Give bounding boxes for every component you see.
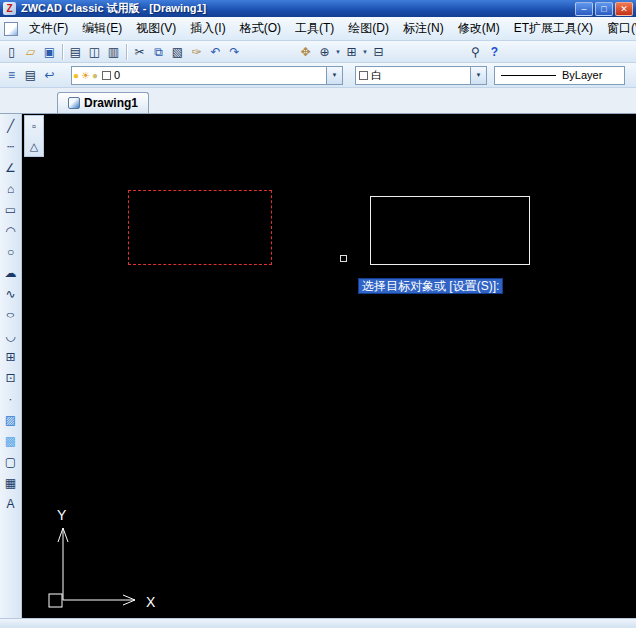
- table-icon: ▦: [5, 476, 16, 490]
- zoom-previous-button[interactable]: ⊟: [369, 43, 388, 61]
- linetype-combo[interactable]: ByLayer: [494, 66, 625, 85]
- draw-tool-line[interactable]: ╱: [1, 115, 21, 136]
- undo-button[interactable]: ↶: [206, 43, 225, 61]
- zoom-realtime-button[interactable]: ⊕: [315, 43, 334, 61]
- draw-tool-arc[interactable]: ◠: [1, 220, 21, 241]
- tab-label: Drawing1: [84, 96, 138, 110]
- document-menu-icon[interactable]: [4, 22, 18, 36]
- toolbar-separator: [126, 44, 127, 60]
- find-button[interactable]: ⚲: [466, 43, 485, 61]
- draw-tool-table[interactable]: ▦: [1, 472, 21, 493]
- draw-tool-construction-line[interactable]: ┄: [1, 136, 21, 157]
- draw-tool-gradient[interactable]: ▩: [1, 430, 21, 451]
- snap-endpoint-icon: ▫: [32, 120, 36, 132]
- menu-modify[interactable]: 修改(M): [451, 17, 507, 40]
- drawing-canvas[interactable]: ▫ △ 选择目标对象或 [设置(S)]: Y X: [22, 114, 636, 618]
- ucs-x-label: X: [146, 594, 156, 610]
- help-button[interactable]: ?: [485, 43, 504, 61]
- open-button[interactable]: ▱: [21, 43, 40, 61]
- line-icon: ╱: [7, 119, 14, 133]
- maximize-button[interactable]: □: [595, 2, 613, 16]
- zoom-previous-icon: ⊟: [373, 45, 383, 59]
- paste-button[interactable]: ▧: [168, 43, 187, 61]
- draw-tool-polyline[interactable]: ∠: [1, 157, 21, 178]
- save-button[interactable]: ▣: [40, 43, 59, 61]
- menu-view[interactable]: 视图(V): [129, 17, 183, 40]
- draw-tool-region[interactable]: ▢: [1, 451, 21, 472]
- draw-tool-insert-block[interactable]: ⊞: [1, 346, 21, 367]
- linetype-sample-line: [501, 75, 556, 76]
- print-button[interactable]: ▤: [66, 43, 85, 61]
- draw-tool-mtext[interactable]: A: [1, 493, 21, 514]
- snap-midpoint-button[interactable]: △: [25, 136, 43, 156]
- copy-button[interactable]: ⧉: [149, 43, 168, 61]
- point-icon: ∙: [9, 392, 12, 406]
- command-prompt-tooltip: 选择目标对象或 [设置(S)]:: [358, 278, 503, 294]
- layer-on-bulb-icon[interactable]: ●: [73, 67, 79, 84]
- cut-button[interactable]: ✂: [130, 43, 149, 61]
- menu-draw[interactable]: 绘图(D): [341, 17, 396, 40]
- layer-previous-button[interactable]: ↩: [40, 66, 59, 84]
- linetype-combo-value: ByLayer: [562, 69, 602, 81]
- menu-tools[interactable]: 工具(T): [288, 17, 341, 40]
- menu-edit[interactable]: 编辑(E): [75, 17, 129, 40]
- selected-rectangle-object[interactable]: [128, 190, 272, 265]
- match-properties-button[interactable]: ✑: [187, 43, 206, 61]
- draw-tool-ellipse[interactable]: ○: [1, 304, 21, 325]
- redo-button[interactable]: ↷: [225, 43, 244, 61]
- draw-tool-polygon[interactable]: ⌂: [1, 178, 21, 199]
- draw-tool-hatch[interactable]: ▨: [1, 409, 21, 430]
- save-floppy-icon: ▣: [44, 45, 55, 59]
- menu-express-tools[interactable]: ET扩展工具(X): [507, 17, 600, 40]
- construction-line-icon: ┄: [7, 140, 14, 154]
- zoom-window-button[interactable]: ⊞: [342, 43, 361, 61]
- layer-freeze-sun-icon[interactable]: ☀: [81, 67, 90, 84]
- gradient-icon: ▩: [5, 434, 16, 448]
- draw-tool-circle[interactable]: ○: [1, 241, 21, 262]
- copy-icon: ⧉: [154, 45, 163, 59]
- close-button[interactable]: ✕: [615, 2, 633, 16]
- minimize-button[interactable]: –: [575, 2, 593, 16]
- draw-tool-point[interactable]: ∙: [1, 388, 21, 409]
- publish-button[interactable]: ▥: [104, 43, 123, 61]
- layer-properties-icon: ≡: [8, 68, 15, 82]
- rectangle-object[interactable]: [370, 196, 530, 265]
- draw-tool-make-block[interactable]: ⊡: [1, 367, 21, 388]
- layer-lock-icon[interactable]: ●: [92, 67, 98, 84]
- draw-tool-rectangle[interactable]: ▭: [1, 199, 21, 220]
- scissors-icon: ✂: [134, 45, 144, 59]
- layer-previous-icon: ↩: [44, 68, 54, 82]
- pan-hand-icon: ✥: [300, 45, 310, 59]
- layer-properties-button[interactable]: ≡: [2, 66, 21, 84]
- menu-window[interactable]: 窗口(W): [600, 17, 636, 40]
- mtext-icon: A: [6, 497, 14, 511]
- layer-states-icon: ▤: [25, 68, 36, 82]
- undo-arrow-icon: ↶: [210, 45, 220, 59]
- layer-states-button[interactable]: ▤: [21, 66, 40, 84]
- osnap-toolbar: ▫ △: [24, 115, 44, 157]
- magnifier-icon: ⚲: [471, 45, 480, 59]
- color-combo-dropdown-icon[interactable]: ▼: [470, 67, 486, 84]
- pan-button[interactable]: ✥: [296, 43, 315, 61]
- tab-drawing1[interactable]: Drawing1: [57, 92, 149, 113]
- menu-dimension[interactable]: 标注(N): [396, 17, 451, 40]
- menu-insert[interactable]: 插入(I): [183, 17, 232, 40]
- draw-tool-ellipse-arc[interactable]: ◡: [1, 325, 21, 346]
- zoom-realtime-dropdown-icon[interactable]: ▼: [334, 49, 342, 55]
- layer-combo[interactable]: ● ☀ ● 0 ▼: [71, 66, 343, 85]
- layer-combo-dropdown-icon[interactable]: ▼: [326, 67, 342, 84]
- draw-tool-spline[interactable]: ∿: [1, 283, 21, 304]
- zoom-window-dropdown-icon[interactable]: ▼: [361, 49, 369, 55]
- color-combo[interactable]: 白 ▼: [355, 66, 487, 85]
- menu-format[interactable]: 格式(O): [233, 17, 288, 40]
- print-preview-button[interactable]: ◫: [85, 43, 104, 61]
- drawing-file-icon: [68, 97, 80, 109]
- redo-arrow-icon: ↷: [229, 45, 239, 59]
- ucs-icon: Y X: [28, 500, 178, 618]
- snap-endpoint-button[interactable]: ▫: [25, 116, 43, 136]
- spline-icon: ∿: [5, 287, 15, 301]
- zwcad-window: Z ZWCAD Classic 试用版 - [Drawing1] – □ ✕ 文…: [0, 0, 636, 628]
- menu-file[interactable]: 文件(F): [22, 17, 75, 40]
- new-button[interactable]: ▯: [2, 43, 21, 61]
- draw-tool-revision-cloud[interactable]: ☁: [1, 262, 21, 283]
